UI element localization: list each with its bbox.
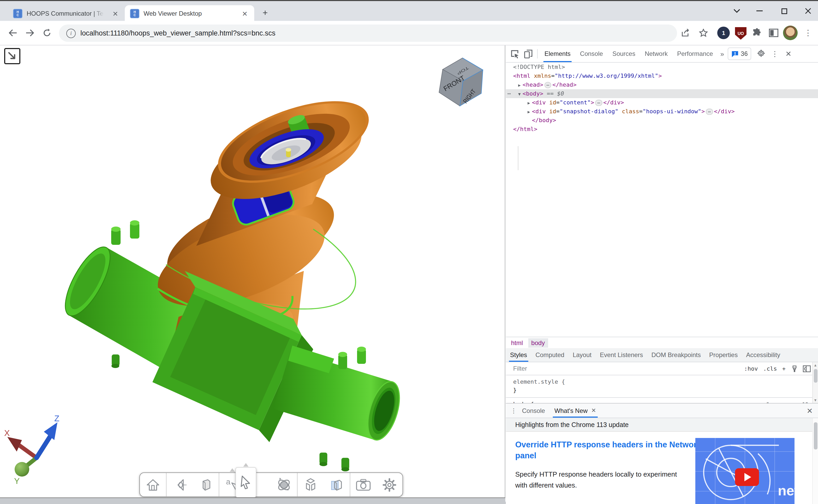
collapsed-content-pill[interactable]: … bbox=[706, 109, 713, 115]
drawer-close-icon[interactable]: ✕ bbox=[807, 406, 813, 415]
styles-tab-properties[interactable]: Properties bbox=[705, 348, 742, 362]
syntax-token: = bbox=[556, 99, 560, 106]
inspect-element-icon[interactable] bbox=[508, 47, 521, 61]
reload-icon[interactable] bbox=[40, 26, 54, 40]
styles-tab-computed[interactable]: Computed bbox=[531, 348, 568, 362]
devtools-settings-gear-icon[interactable] bbox=[755, 47, 768, 61]
address-bar[interactable]: i localhost:11180/hoops_web_viewer_sampl… bbox=[59, 25, 677, 42]
tab-close-icon[interactable]: ✕ bbox=[241, 10, 249, 17]
devtools-tab-elements[interactable]: Elements bbox=[540, 45, 575, 62]
drawer-tab-console[interactable]: Console bbox=[517, 404, 550, 418]
syntax-token: class bbox=[622, 108, 639, 115]
tree-row[interactable]: </body> bbox=[506, 116, 818, 125]
extension-badge[interactable]: 1 bbox=[717, 27, 730, 39]
drawer-menu-kebab-icon[interactable]: ⋮ bbox=[510, 407, 517, 414]
element-style-selector[interactable]: element.style { bbox=[513, 378, 565, 385]
styles-tab-event-listeners[interactable]: Event Listeners bbox=[596, 348, 647, 362]
devtools-menu-kebab-icon[interactable]: ⋮ bbox=[768, 47, 782, 61]
rendering-brush-icon[interactable] bbox=[791, 365, 798, 372]
nav-cube[interactable]: FRONT RIGHT TOP bbox=[439, 58, 483, 106]
close-window-button[interactable] bbox=[800, 4, 816, 18]
tree-row[interactable]: <!DOCTYPE html> bbox=[506, 63, 818, 72]
devtools-tab-sources[interactable]: Sources bbox=[608, 45, 640, 62]
browser-tab-hoops-communicator[interactable]: HC HOOPS Communicator | Tech Sol ✕ bbox=[8, 5, 124, 22]
minimize-button[interactable] bbox=[752, 4, 767, 18]
url-text[interactable]: localhost:11180/hoops_web_viewer_sample.… bbox=[80, 29, 275, 37]
model-right-tube[interactable] bbox=[273, 346, 406, 471]
home-button[interactable] bbox=[140, 473, 166, 496]
device-toolbar-icon[interactable] bbox=[521, 47, 535, 61]
new-tab-button[interactable]: + bbox=[263, 8, 268, 18]
tab-search-chevron-icon[interactable] bbox=[729, 4, 744, 18]
select-button[interactable] bbox=[245, 473, 271, 496]
bookmark-star-icon[interactable] bbox=[696, 26, 710, 40]
hover-state-toggle[interactable]: :hov bbox=[744, 365, 758, 372]
expand-arrow-icon[interactable]: ▶ bbox=[526, 107, 532, 116]
model-tree-toggle-button[interactable] bbox=[4, 48, 20, 64]
whats-new-scrollbar[interactable]: ▼ bbox=[812, 418, 818, 504]
new-style-rule-button[interactable]: + bbox=[782, 365, 786, 372]
devtools-tab-performance[interactable]: Performance bbox=[672, 45, 718, 62]
class-toggle[interactable]: .cls bbox=[763, 365, 777, 372]
syntax-token: </div> bbox=[714, 108, 735, 115]
tree-row[interactable]: ▶<div id="content">…</div> bbox=[506, 98, 818, 107]
sidebar-position-icon[interactable] bbox=[803, 365, 811, 372]
drawer-tab-what-s-new[interactable]: What's New✕ bbox=[550, 404, 601, 418]
filter-input[interactable]: Filter bbox=[513, 365, 527, 372]
tree-row[interactable]: ▶<head>…</head> bbox=[506, 80, 818, 89]
orbit-button[interactable] bbox=[271, 473, 297, 496]
overflow-dots[interactable]: ⋯ bbox=[507, 89, 511, 98]
devtools-tab-console[interactable]: Console bbox=[575, 45, 608, 62]
cutting-plane-button[interactable] bbox=[324, 473, 350, 496]
devtools-tab-network[interactable]: Network bbox=[640, 45, 672, 62]
settings-button[interactable] bbox=[376, 473, 402, 496]
render-mode-button[interactable] bbox=[193, 473, 219, 496]
breadcrumb-body[interactable]: body bbox=[528, 338, 548, 347]
maximize-button[interactable] bbox=[776, 4, 792, 18]
ublock-icon[interactable]: UO bbox=[735, 27, 746, 40]
browser-menu-kebab-icon[interactable]: ⋮ bbox=[801, 26, 815, 40]
share-icon[interactable] bbox=[679, 26, 693, 40]
side-panel-icon[interactable] bbox=[766, 26, 781, 40]
site-info-icon[interactable]: i bbox=[66, 28, 76, 38]
styles-tab-dom-breakpoints[interactable]: DOM Breakpoints bbox=[647, 348, 705, 362]
styles-scrollbar[interactable]: ▲ ▼ bbox=[812, 362, 818, 403]
collapsed-content-pill[interactable]: … bbox=[595, 100, 602, 106]
more-panels-chevron[interactable]: » bbox=[718, 45, 727, 62]
tab-close-icon[interactable]: ✕ bbox=[111, 10, 120, 17]
tab-close-icon[interactable]: ✕ bbox=[591, 407, 596, 414]
model-canvas[interactable]: FRONT RIGHT TOP X Y Z bbox=[0, 45, 505, 497]
snapshot-button[interactable] bbox=[351, 473, 377, 496]
youtube-play-icon[interactable] bbox=[735, 468, 759, 486]
tree-row[interactable]: </html> bbox=[506, 125, 818, 134]
expand-arrow-icon[interactable]: ▶ bbox=[516, 81, 523, 90]
explode-button[interactable] bbox=[298, 473, 324, 496]
whats-new-thumbnail[interactable]: new bbox=[695, 438, 795, 504]
scroll-thumb[interactable] bbox=[814, 369, 817, 383]
forward-icon[interactable] bbox=[22, 26, 37, 40]
breadcrumb-html[interactable]: html bbox=[508, 338, 526, 347]
whats-new-article-link[interactable]: Override HTTP response headers in the Ne… bbox=[515, 439, 702, 461]
scroll-thumb[interactable] bbox=[814, 422, 817, 449]
tree-row[interactable]: ⋯▼<body> == $0 bbox=[506, 89, 818, 98]
extensions-puzzle-icon[interactable] bbox=[750, 26, 764, 40]
browser-tab-web-viewer[interactable]: HC Web Viewer Desktop ✕ bbox=[125, 5, 254, 22]
issues-counter[interactable]: 36 bbox=[728, 48, 751, 60]
camera-views-button[interactable] bbox=[167, 473, 193, 496]
back-icon[interactable] bbox=[5, 26, 20, 40]
scroll-up-arrow[interactable]: ▲ bbox=[813, 363, 818, 367]
collapsed-content-pill[interactable]: … bbox=[544, 82, 552, 88]
devtools-close-icon[interactable]: ✕ bbox=[782, 47, 795, 61]
scroll-down-arrow[interactable]: ▼ bbox=[813, 398, 818, 402]
styles-tab-layout[interactable]: Layout bbox=[568, 348, 596, 362]
expand-arrow-icon[interactable]: ▶ bbox=[526, 98, 532, 107]
styles-tab-accessibility[interactable]: Accessibility bbox=[742, 348, 784, 362]
profile-avatar[interactable] bbox=[783, 26, 798, 40]
tree-row[interactable]: <html xmlns="http://www.w3.org/1999/xhtm… bbox=[506, 72, 818, 80]
styles-tab-styles[interactable]: Styles bbox=[506, 348, 531, 362]
hoops-3d-viewer[interactable]: FRONT RIGHT TOP X Y Z bbox=[0, 45, 505, 497]
diagonal-arrow-icon bbox=[7, 51, 17, 61]
expand-arrow-icon[interactable]: ▼ bbox=[516, 90, 523, 98]
tree-row[interactable]: ▶<div id="snapshot-dialog" class="hoops-… bbox=[506, 107, 818, 116]
issues-count: 36 bbox=[741, 50, 748, 57]
